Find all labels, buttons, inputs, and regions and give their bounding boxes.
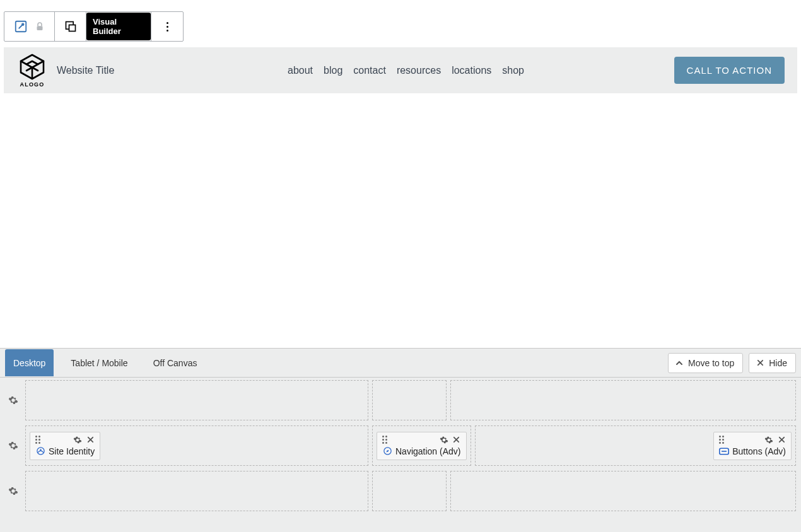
dropzone-main-left[interactable]: Site Identity [25,425,368,466]
widget-label: Navigation (Adv) [395,446,461,456]
drag-icon[interactable] [382,436,387,444]
drag-icon[interactable] [719,436,724,444]
gear-icon[interactable] [73,436,82,444]
dropzone-top-right[interactable] [450,380,796,420]
tab-off-canvas[interactable]: Off Canvas [145,349,206,376]
close-icon[interactable] [452,436,461,444]
widget-navigation-adv[interactable]: Navigation (Adv) [377,432,467,460]
svg-point-1 [21,23,24,26]
editor-toolbar: Visual Builder [4,11,184,42]
toolbar-group-edit [4,12,55,41]
site-header-preview: ALOGO Website Title about blog contact r… [4,47,797,93]
svg-rect-2 [37,26,42,30]
visual-builder-button[interactable]: Visual Builder [86,13,151,40]
dropzone-main-right[interactable]: Buttons (Adv) [475,425,797,466]
hide-button[interactable]: Hide [749,353,796,373]
drag-icon[interactable] [35,436,40,444]
tab-tablet-mobile[interactable]: Tablet / Mobile [62,349,136,376]
dropzone-bottom-center[interactable] [372,471,447,511]
site-identity-icon [35,446,45,456]
dropzone-bottom-right[interactable] [450,471,796,511]
nav-item-blog[interactable]: blog [324,65,342,76]
more-icon[interactable] [167,22,168,32]
widget-label: Buttons (Adv) [732,446,786,456]
edit-icon[interactable] [14,20,28,33]
site-identity[interactable]: ALOGO Website Title [16,51,288,90]
gear-icon[interactable] [764,436,773,444]
nav-item-about[interactable]: about [288,65,313,76]
widget-site-identity[interactable]: Site Identity [30,432,100,460]
site-logo: ALOGO [16,51,48,90]
move-to-top-button[interactable]: Move to top [668,353,743,373]
gear-icon[interactable] [440,436,448,444]
dropzone-top-center[interactable] [372,380,447,420]
chevron-up-icon [675,359,684,367]
builder-row-bottom [5,471,796,511]
button-icon [719,446,729,456]
row-settings-button[interactable] [5,441,21,451]
primary-nav: about blog contact resources locations s… [288,65,524,76]
tab-desktop[interactable]: Desktop [5,349,54,376]
compass-icon [382,446,392,456]
site-title[interactable]: Website Title [57,65,114,76]
lock-icon[interactable] [34,21,45,32]
close-icon[interactable] [86,436,95,444]
row-settings-button[interactable] [5,486,21,496]
toolbar-group-layout [55,12,86,41]
overlay-icon[interactable] [64,20,77,33]
close-icon [756,359,764,367]
dropzone-bottom-left[interactable] [25,471,368,511]
row-settings-button[interactable] [5,395,21,405]
widget-buttons-adv[interactable]: Buttons (Adv) [713,432,792,460]
nav-item-contact[interactable]: contact [353,65,386,76]
header-builder-panel: Desktop Tablet / Mobile Off Canvas Move … [0,348,801,532]
nav-item-resources[interactable]: resources [397,65,441,76]
builder-tabs: Desktop Tablet / Mobile Off Canvas Move … [0,349,801,377]
svg-point-6 [40,449,42,451]
move-to-top-label: Move to top [688,358,734,368]
close-icon[interactable] [777,436,786,444]
logo-text: ALOGO [20,81,45,88]
dropzone-top-left[interactable] [25,380,368,420]
svg-rect-9 [722,451,727,452]
dropzone-main-center[interactable]: Navigation (Adv) [372,425,471,466]
builder-row-top [5,380,796,420]
svg-rect-4 [69,25,75,32]
builder-row-main: Site Identity [5,425,796,466]
builder-rows: Site Identity [0,377,801,519]
toolbar-group-builder: Visual Builder [86,12,151,41]
toolbar-group-more [151,12,183,41]
hide-label: Hide [769,358,787,368]
cta-button[interactable]: CALL TO ACTION [674,57,785,84]
nav-item-locations[interactable]: locations [452,65,491,76]
widget-label: Site Identity [49,446,95,456]
nav-item-shop[interactable]: shop [502,65,524,76]
